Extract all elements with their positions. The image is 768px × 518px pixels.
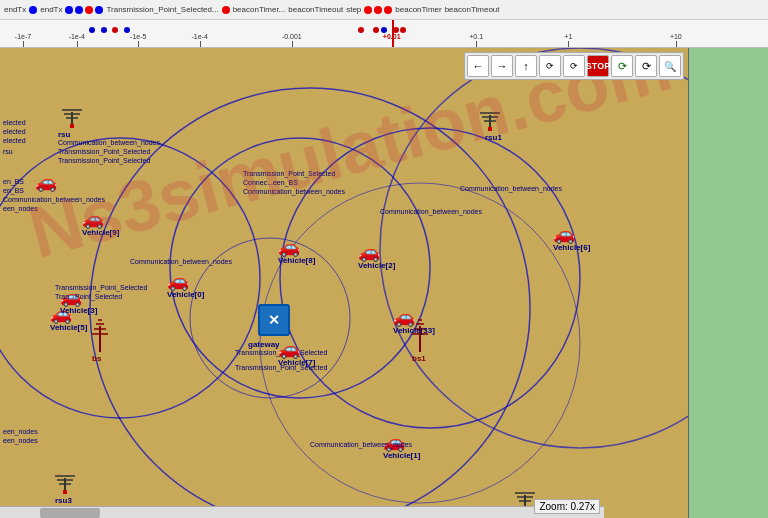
event-tx-left2: Tran...Point_Selected: [55, 293, 122, 300]
vehicle3-label: Vehicle[3]: [60, 306, 97, 315]
right-panel: [688, 48, 768, 518]
tl-mark-3: -1e-5: [130, 33, 146, 40]
nav-rotate2[interactable]: ⟳: [563, 55, 585, 77]
vehicle9-icon: 🚗: [82, 208, 104, 230]
dot-red1: [85, 6, 93, 14]
event-rsu: rsu: [3, 148, 13, 155]
tl-mark-1: -1e-7: [15, 33, 31, 40]
vehicle7-icon: 🚗: [278, 338, 300, 360]
gateway-label: gateway: [248, 340, 280, 349]
label-endtx1: endTx: [4, 5, 26, 14]
event-comm-top: Communication_between_nodes: [58, 139, 160, 146]
tl-mark-8: +1: [564, 33, 572, 40]
tl-event-blue2: [89, 27, 95, 33]
rsu1-label: rsu1: [485, 133, 502, 142]
toolbar-labels: endTx endTx Transmission_Point_Selected.…: [4, 5, 500, 14]
vehicle5-label: Vehicle[5]: [50, 323, 87, 332]
vehicle33-label: Vehicle[33]: [393, 326, 435, 335]
event-tx-top: Transmission_Point_Selected: [58, 148, 150, 155]
vehicle6-label: Vehicle[6]: [553, 243, 590, 252]
tl-mark-4: -1e-4: [192, 33, 208, 40]
tl-event-red2: [373, 27, 379, 33]
event-comm-farright: Communication_between_nodes: [460, 185, 562, 192]
dot-blue1: [29, 6, 37, 14]
vehicle1-label: Vehicle[1]: [383, 451, 420, 460]
event-comm-bottom: Communication_between_nodes: [310, 441, 412, 448]
event-en-bs2: en_BS: [3, 187, 24, 194]
bs-icon: [92, 316, 108, 356]
nav-stop[interactable]: STOP: [587, 55, 609, 77]
event-tx-bottom: Transmission_Point_Selected: [235, 364, 327, 371]
svg-rect-16: [488, 127, 492, 131]
tl-event-red1: [358, 27, 364, 33]
label-beacon-timeout2: beaconTimeout: [445, 5, 500, 14]
event-tx-left1: Transmission_Point_Selected: [55, 284, 147, 291]
main-area: ← → ↑ ⟳ ⟳ STOP ⟳ ⟳ 🔍: [0, 48, 768, 518]
event-elected2: elected: [3, 128, 26, 135]
event-en-bs1: en_BS: [3, 178, 24, 185]
dot-blue4: [95, 6, 103, 14]
nav-forward[interactable]: →: [491, 55, 513, 77]
nav-refresh1[interactable]: ⟳: [611, 55, 633, 77]
tl-mark-7: +0.1: [469, 33, 483, 40]
tl-event-red4: [400, 27, 406, 33]
event-comm-nodes1: Communication_between_nodes: [3, 196, 105, 203]
tl-mark-5: -0.001: [282, 33, 302, 40]
dot-blue3: [75, 6, 83, 14]
vehicle6-icon: 🚗: [553, 223, 575, 245]
nav-refresh2[interactable]: ⟳: [635, 55, 657, 77]
scrollbar-thumb[interactable]: [40, 508, 100, 518]
nav-zoom[interactable]: 🔍: [659, 55, 681, 77]
label-endtx2: endTx: [40, 5, 62, 14]
dot-red5: [384, 6, 392, 14]
dot-blue2: [65, 6, 73, 14]
nav-buttons: ← → ↑ ⟳ ⟳ STOP ⟳ ⟳ 🔍: [464, 52, 684, 80]
dot-red3: [364, 6, 372, 14]
tl-mark-2: -1e-4: [69, 33, 85, 40]
label-beacon-timeout: beaconTimeout: [288, 5, 343, 14]
svg-point-5: [380, 48, 688, 448]
tl-event-blue4: [124, 27, 130, 33]
nav-back[interactable]: ←: [467, 55, 489, 77]
label-beacon-timer2: beaconTimer: [395, 5, 441, 14]
tl-event-blue3: [101, 27, 107, 33]
rsu-top-icon: [62, 100, 82, 132]
rsu3-label: rsu3: [55, 496, 72, 505]
svg-rect-21: [63, 490, 67, 494]
zoom-label: Zoom: 0.27x: [534, 499, 600, 514]
label-beacon-timer: beaconTimer...: [233, 5, 286, 14]
rsu-top-label: rsu: [58, 130, 70, 139]
event-tx-selected2: Transmission_Point_Selected: [58, 157, 150, 164]
event-elected3: elected: [3, 137, 26, 144]
rsu1-icon: [480, 103, 500, 135]
dot-red4: [374, 6, 382, 14]
bs1-label: bs1: [412, 354, 426, 363]
app: endTx endTx Transmission_Point_Selected.…: [0, 0, 768, 518]
vehicle-topleft-icon: 🚗: [35, 171, 57, 193]
svg-point-0: [90, 88, 530, 518]
label-tx-selected: Transmission_Point_Selected...: [106, 5, 218, 14]
event-comm-right: Communication_between_nodes: [380, 208, 482, 215]
vehicle33-icon: 🚗: [393, 306, 415, 328]
rsu3-icon: [55, 466, 75, 498]
nav-rotate1[interactable]: ⟳: [539, 55, 561, 77]
event-een-nodes3: een_nodes: [3, 437, 38, 444]
simulation-canvas[interactable]: elected elected elected rsu en_BS en_BS …: [0, 48, 688, 518]
event-comm-center: Communication_between_nodes: [243, 188, 345, 195]
label-step: step: [346, 5, 361, 14]
nav-up[interactable]: ↑: [515, 55, 537, 77]
scrollbar[interactable]: [0, 506, 604, 518]
tl-mark-9: +10: [670, 33, 682, 40]
event-een-nodes2: een_nodes: [3, 428, 38, 435]
timeline[interactable]: -1e-7 -1e-4 -1e-5 -1e-4 -0.001 +0.01 +0.…: [0, 20, 768, 48]
vehicle2-label: Vehicle[2]: [358, 261, 395, 270]
vehicle0-event: Communication_between_nodes: [130, 258, 232, 265]
event-connect-bs: Connec...een_BS: [243, 179, 298, 186]
svg-rect-11: [70, 124, 74, 128]
dot-red2: [222, 6, 230, 14]
bs-label: bs: [92, 354, 101, 363]
vehicle9-label: Vehicle[9]: [82, 228, 119, 237]
vehicle8-label: Vehicle[8]: [278, 256, 315, 265]
vehicle8-icon: 🚗: [278, 236, 300, 258]
vehicle2-icon: 🚗: [358, 241, 380, 263]
